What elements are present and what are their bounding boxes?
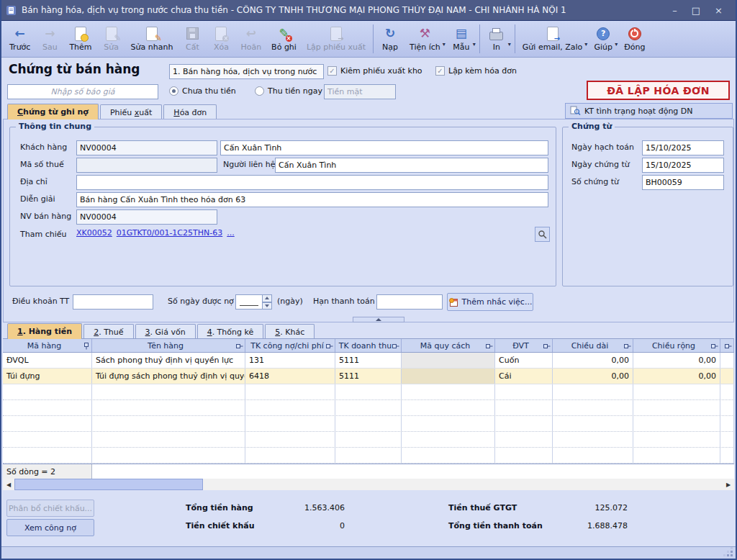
quote-number-input[interactable]: Nhập số báo giá <box>7 84 158 99</box>
grid-cell[interactable]: Cuốn <box>495 353 553 368</box>
stock-slip-checkbox[interactable]: Kiêm phiếu xuất kho <box>327 66 422 76</box>
stepper-down-icon[interactable] <box>262 302 272 310</box>
column-header-chieu-dai[interactable]: Chiều dài <box>553 339 633 352</box>
sua-nhanh-button[interactable]: ✎Sửa nhanh <box>126 25 178 53</box>
check-business-status-button[interactable]: KT tình trạng hoạt động DN <box>565 103 733 119</box>
grid-cell[interactable]: 0,00 <box>633 353 720 368</box>
document-date-input[interactable]: 15/10/2025 <box>642 158 724 173</box>
tab-chung-tu-ghi-no[interactable]: Chứng từ ghi nợ <box>7 104 99 119</box>
dropdown-arrow-icon[interactable]: ▾ <box>615 41 618 48</box>
grid-cell[interactable]: 5111 <box>335 369 402 384</box>
view-debt-button[interactable]: Xem công nợ <box>6 519 94 536</box>
app-icon <box>6 5 17 16</box>
tien-ich-button[interactable]: ⚒Tiện ích <box>404 25 446 53</box>
reference-link[interactable]: XK00052 <box>76 228 112 238</box>
document-no-input[interactable]: BH00059 <box>642 175 724 190</box>
grid-cell[interactable]: 6418 <box>245 369 335 384</box>
scrollbar-thumb[interactable] <box>14 479 203 490</box>
grid-cell <box>495 448 553 463</box>
lap-phieu-xuat-button: →Lập phiếu xuất <box>302 25 371 53</box>
dong-button[interactable]: Đóng <box>619 25 650 53</box>
bo-ghi-button[interactable]: ✎×Bỏ ghi <box>266 25 302 53</box>
invoice-issued-badge: ĐÃ LẬP HÓA ĐƠN <box>587 81 730 100</box>
application-window: Bán hàng hóa, dịch vụ trong nước chưa th… <box>0 0 737 560</box>
power-icon <box>625 26 644 42</box>
grid-cell[interactable]: 5111 <box>335 353 402 368</box>
mau-button[interactable]: ▤Mẫu <box>447 25 476 53</box>
toolbar-button-label: Đóng <box>624 42 645 52</box>
zoom-reference-button[interactable] <box>535 227 550 242</box>
grid-cell[interactable]: Cái <box>495 369 553 384</box>
address-input[interactable] <box>76 175 548 190</box>
grid-cell[interactable]: Sách phong thuỷ định vị quyền lực <box>92 353 245 368</box>
tab-hang-tien[interactable]: 1. Hàng tiền <box>7 323 82 339</box>
customer-code-input[interactable]: NV00004 <box>76 140 217 155</box>
tab-thong-ke[interactable]: 4. Thống kê <box>197 324 264 339</box>
tab-hoa-don[interactable]: Hóa đơn <box>163 104 217 119</box>
grid-cell[interactable]: 0,00 <box>633 369 720 384</box>
resize-grip[interactable] <box>724 548 733 556</box>
scroll-right-icon[interactable]: ▶ <box>723 479 734 490</box>
column-header-ma-hang[interactable]: Mã hàng <box>3 339 92 352</box>
tab-khac[interactable]: 5. Khác <box>265 324 315 339</box>
description-input[interactable]: Bán hàng Cấn Xuân Tình theo hóa đơn 63 <box>76 192 548 207</box>
grid-cell[interactable] <box>402 353 495 368</box>
stepper-up-icon[interactable] <box>262 294 272 302</box>
scroll-left-icon[interactable]: ◀ <box>3 479 14 490</box>
unpaid-radio[interactable]: Chưa thu tiền <box>169 86 236 96</box>
payment-terms-input[interactable] <box>73 294 153 310</box>
column-header-dvt[interactable]: ĐVT <box>495 339 553 352</box>
column-header-tk-cong-no-chi-phi[interactable]: TK công nợ/chi phí <box>245 339 335 352</box>
grid-cell[interactable] <box>402 369 495 384</box>
goods-total-value: 1.563.406 <box>258 503 345 512</box>
close-button[interactable]: × <box>715 5 723 16</box>
maximize-button[interactable]: □ <box>692 5 700 16</box>
collapse-panel-button[interactable] <box>353 317 404 322</box>
toolbar-button-label: Giúp <box>594 42 613 52</box>
column-header-tk-doanh-thu[interactable]: TK doanh thu <box>335 339 402 352</box>
grid-cell[interactable]: ĐVQL <box>3 353 92 368</box>
cash-account-input: Tiền mặt <box>324 84 396 99</box>
grid-cell-stub <box>720 432 734 447</box>
gui-email-zalo-button[interactable]: →Gửi email, Zalo <box>517 25 587 53</box>
minimize-button[interactable]: – <box>672 5 677 16</box>
reference-link[interactable]: 01GTKT0/001-1C25THN-63 <box>117 228 222 238</box>
grid-cell[interactable]: 131 <box>245 353 335 368</box>
grid-cell <box>92 416 245 431</box>
document-type-select[interactable]: 1. Bán hàng hóa, dịch vụ trong nước <box>169 64 324 79</box>
grid-cell <box>335 448 402 463</box>
dropdown-arrow-icon[interactable]: ▾ <box>443 41 446 48</box>
add-reminder-button[interactable]: Thêm nhắc việc... <box>447 293 533 311</box>
giup-button[interactable]: ?Giúp <box>589 25 618 53</box>
grid-cell[interactable]: 0,00 <box>553 369 633 384</box>
column-header-ma-quy-cach[interactable]: Mã quy cách <box>402 339 495 352</box>
tab-thue[interactable]: 2. Thuế <box>83 324 133 339</box>
column-header-chieu-rong[interactable]: Chiều rộng <box>633 339 720 352</box>
dropdown-arrow-icon[interactable]: ▾ <box>584 41 587 48</box>
contact-name-input[interactable]: Cấn Xuân Tình <box>275 158 548 173</box>
customer-name-input[interactable]: Cấn Xuân Tình <box>220 140 548 155</box>
due-date-input[interactable] <box>376 294 443 310</box>
grid-cell[interactable]: Túi đựng sách phong thuỷ định vị quyền <box>92 369 245 384</box>
paid-now-radio[interactable]: Thu tiền ngay <box>255 86 322 96</box>
debt-days-stepper[interactable] <box>235 294 272 310</box>
dropdown-arrow-icon[interactable]: ▾ <box>473 41 476 48</box>
dropdown-arrow-icon[interactable]: ▾ <box>508 41 511 48</box>
reference-links: XK00052 01GTKT0/001-1C25THN-63 ... <box>76 228 235 238</box>
them-button[interactable]: Thêm <box>64 25 96 53</box>
grid-cell[interactable]: 0,00 <box>553 353 633 368</box>
horizontal-scrollbar[interactable]: ◀ ▶ <box>3 479 734 490</box>
truoc-button[interactable]: ←Trước <box>4 25 35 53</box>
tab-gia-von[interactable]: 3. Giá vốn <box>135 324 196 339</box>
column-header-ten-hang[interactable]: Tên hàng <box>92 339 245 352</box>
sua-button: ✎Sửa <box>97 25 126 53</box>
posting-date-input[interactable]: 15/10/2025 <box>642 140 724 155</box>
in-button[interactable]: In <box>482 25 511 53</box>
tab-phieu-xuat[interactable]: Phiếu xuất <box>100 104 162 119</box>
nap-button[interactable]: ↻Nạp <box>376 25 404 53</box>
page-title: Chứng từ bán hàng <box>9 62 140 76</box>
with-invoice-checkbox[interactable]: Lập kèm hóa đơn <box>435 66 517 76</box>
reference-more-link[interactable]: ... <box>227 228 235 238</box>
grid-cell[interactable]: Túi đựng <box>3 369 92 384</box>
salesperson-code-input[interactable]: NV00004 <box>76 209 217 225</box>
